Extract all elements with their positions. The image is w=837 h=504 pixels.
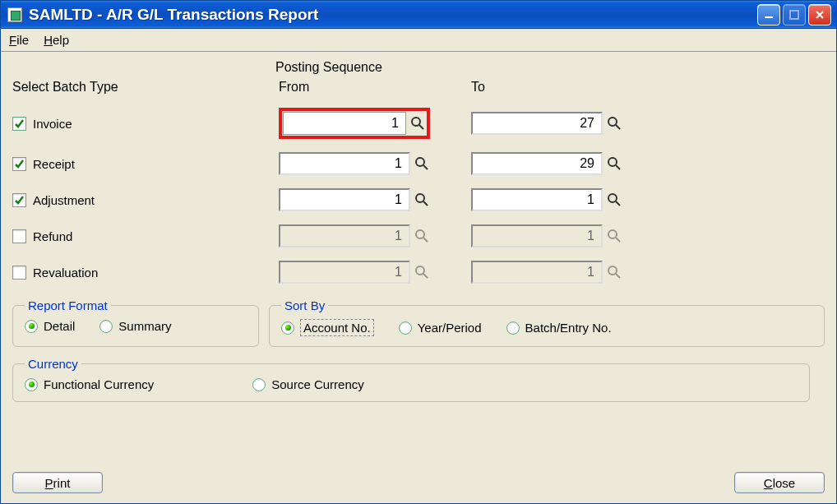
to-input-refund bbox=[471, 224, 603, 247]
lookup-icon-to-revaluation bbox=[606, 264, 622, 280]
to-input-receipt[interactable] bbox=[471, 152, 603, 175]
svg-line-11 bbox=[423, 201, 428, 206]
currency-legend: Currency bbox=[25, 357, 81, 371]
bottom-bar: Print Close bbox=[12, 472, 825, 493]
radio-dot-icon bbox=[99, 320, 113, 333]
svg-line-7 bbox=[423, 165, 428, 169]
window-title: SAMLTD - A/R G/L Transactions Report bbox=[29, 6, 757, 24]
svg-line-13 bbox=[616, 201, 620, 206]
menu-file[interactable]: File bbox=[9, 33, 29, 47]
radio-dot-icon bbox=[25, 320, 38, 333]
menu-file-rest: ile bbox=[16, 33, 29, 47]
menu-help[interactable]: Help bbox=[44, 33, 69, 47]
posting-sequence-label: Posting Sequence bbox=[275, 60, 825, 75]
window-buttons bbox=[757, 4, 831, 25]
radio-functional-currency[interactable]: Functional Currency bbox=[25, 377, 154, 391]
print-button[interactable]: Print bbox=[12, 472, 103, 493]
checkbox-invoice[interactable] bbox=[12, 117, 26, 131]
radio-batch-entry-no[interactable]: Batch/Entry No. bbox=[506, 321, 612, 335]
svg-point-18 bbox=[416, 266, 424, 275]
svg-line-19 bbox=[423, 274, 428, 278]
svg-point-8 bbox=[608, 158, 617, 166]
svg-rect-1 bbox=[790, 11, 798, 19]
radio-source-label: Source Currency bbox=[271, 377, 364, 391]
from-input-refund bbox=[279, 224, 410, 247]
maximize-button bbox=[783, 4, 806, 25]
radio-dot-icon bbox=[252, 378, 266, 391]
checkbox-receipt[interactable] bbox=[12, 157, 26, 171]
to-label: To bbox=[471, 80, 652, 95]
report-format-group: Report Format Detail Summary bbox=[12, 298, 259, 347]
lookup-icon-to-refund bbox=[606, 228, 622, 244]
radio-source-currency[interactable]: Source Currency bbox=[252, 377, 364, 391]
svg-line-21 bbox=[616, 274, 620, 278]
batch-row-invoice: Invoice bbox=[12, 117, 267, 131]
select-batch-type-label: Select Batch Type bbox=[12, 80, 267, 95]
report-format-legend: Report Format bbox=[25, 298, 111, 312]
radio-account-no[interactable]: Account No. bbox=[281, 319, 374, 336]
radio-dot-icon bbox=[25, 378, 38, 391]
checkbox-refund[interactable] bbox=[12, 229, 26, 243]
lookup-icon-to-receipt[interactable] bbox=[606, 155, 622, 172]
svg-line-9 bbox=[616, 165, 620, 169]
lookup-icon-from-receipt[interactable] bbox=[414, 155, 430, 172]
close-window-button[interactable] bbox=[808, 4, 831, 25]
checkbox-adjustment[interactable] bbox=[12, 193, 26, 207]
svg-point-6 bbox=[416, 158, 424, 166]
from-input-invoice[interactable] bbox=[283, 112, 406, 135]
radio-summary[interactable]: Summary bbox=[99, 319, 171, 333]
currency-group: Currency Functional Currency Source Curr… bbox=[12, 357, 810, 402]
radio-detail-label: Detail bbox=[44, 319, 75, 333]
svg-point-4 bbox=[608, 118, 617, 126]
sort-by-group: Sort By Account No. Year/Period Batch/En… bbox=[269, 298, 825, 347]
batch-row-adjustment: Adjustment bbox=[12, 193, 267, 207]
lookup-icon-from-revaluation bbox=[414, 264, 430, 280]
app-window: SAMLTD - A/R G/L Transactions Report Fil… bbox=[0, 0, 837, 504]
lookup-icon-from-invoice[interactable] bbox=[409, 115, 426, 132]
to-input-revaluation bbox=[471, 261, 603, 284]
checkbox-refund-label: Refund bbox=[33, 229, 72, 243]
from-input-revaluation bbox=[279, 261, 410, 284]
radio-detail[interactable]: Detail bbox=[25, 319, 75, 333]
radio-year-period[interactable]: Year/Period bbox=[399, 321, 482, 335]
batch-row-revaluation: Revaluation bbox=[12, 266, 267, 280]
to-input-adjustment[interactable] bbox=[471, 188, 603, 211]
to-input-invoice[interactable] bbox=[471, 112, 603, 135]
close-button[interactable]: Close bbox=[734, 472, 825, 493]
lookup-icon-to-invoice[interactable] bbox=[606, 115, 622, 132]
print-button-rest: rint bbox=[53, 476, 71, 490]
menubar: File Help bbox=[1, 29, 836, 52]
lookup-icon-to-adjustment[interactable] bbox=[606, 192, 622, 208]
radio-dot-icon bbox=[281, 321, 294, 335]
svg-line-15 bbox=[423, 238, 428, 242]
from-input-receipt[interactable] bbox=[279, 152, 410, 175]
radio-dot-icon bbox=[506, 321, 520, 335]
from-input-adjustment[interactable] bbox=[279, 188, 410, 211]
svg-line-3 bbox=[419, 125, 423, 129]
batch-row-refund: Refund bbox=[12, 229, 267, 243]
client-area: Posting Sequence Select Batch Type From … bbox=[1, 52, 836, 503]
lookup-icon-from-adjustment[interactable] bbox=[414, 192, 430, 208]
checkbox-revaluation-label: Revaluation bbox=[33, 266, 98, 280]
checkbox-receipt-label: Receipt bbox=[33, 157, 75, 171]
svg-line-5 bbox=[616, 125, 620, 129]
batch-row-receipt: Receipt bbox=[12, 157, 267, 171]
radio-year-period-label: Year/Period bbox=[418, 321, 482, 335]
sort-by-legend: Sort By bbox=[281, 298, 328, 312]
close-button-rest: lose bbox=[773, 476, 796, 490]
radio-functional-label: Functional Currency bbox=[44, 377, 154, 391]
svg-point-10 bbox=[416, 194, 424, 202]
from-label: From bbox=[279, 80, 460, 95]
lookup-icon-from-refund bbox=[414, 228, 430, 244]
radio-batch-entry-label: Batch/Entry No. bbox=[525, 321, 612, 335]
checkbox-revaluation[interactable] bbox=[12, 266, 26, 280]
highlight-from-invoice bbox=[279, 108, 430, 139]
svg-line-17 bbox=[616, 238, 620, 242]
radio-account-no-label: Account No. bbox=[300, 319, 374, 336]
minimize-button[interactable] bbox=[757, 4, 780, 25]
radio-dot-icon bbox=[399, 321, 412, 335]
svg-point-12 bbox=[608, 194, 617, 202]
svg-point-14 bbox=[416, 230, 424, 238]
svg-point-20 bbox=[608, 266, 617, 275]
checkbox-adjustment-label: Adjustment bbox=[33, 193, 95, 207]
